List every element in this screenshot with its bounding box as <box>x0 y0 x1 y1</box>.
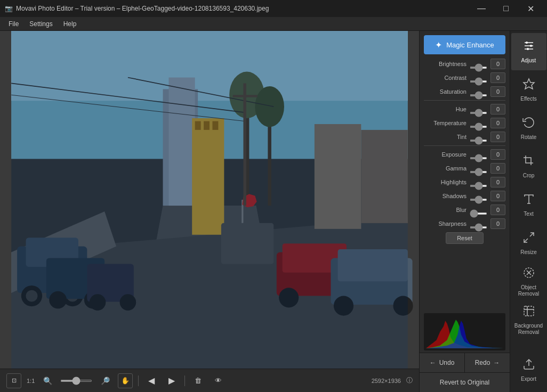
action-bar: ← Undo Redo → Revert to Original <box>420 353 510 392</box>
sidebar-item-rotate[interactable]: Rotate <box>511 110 546 147</box>
zoom-in-button[interactable]: 🔎 <box>98 373 112 388</box>
gamma-slider[interactable] <box>470 171 487 173</box>
toolbar-separator-1 <box>138 375 139 386</box>
resize-icon <box>522 231 535 247</box>
app-icon: 📷 <box>4 4 13 13</box>
title-bar-left: 📷 Movavi Photo Editor – Trial version – … <box>4 4 269 13</box>
shadows-row: Shadows 0 <box>424 191 505 201</box>
text-icon <box>522 193 535 209</box>
svg-marker-56 <box>524 79 534 89</box>
undo-button[interactable]: ← Undo <box>420 353 465 372</box>
delete-button[interactable]: 🗑 <box>190 373 205 388</box>
brightness-row: Brightness 0 <box>424 59 505 69</box>
exposure-value: 0 <box>490 149 505 160</box>
shadows-track <box>470 195 487 197</box>
temperature-value: 0 <box>490 118 505 128</box>
tint-track <box>470 136 487 138</box>
svg-point-53 <box>526 42 528 44</box>
contrast-track <box>470 77 487 79</box>
temperature-label: Temperature <box>424 120 466 126</box>
reset-button[interactable]: Reset <box>446 232 484 244</box>
revert-to-original-button[interactable]: Revert to Original <box>420 373 510 392</box>
maximize-button[interactable]: □ <box>494 0 518 17</box>
fit-to-window-button[interactable]: ⊡ <box>6 373 21 388</box>
redo-arrow-icon: → <box>493 359 500 366</box>
main-layout: ⊡ 1:1 🔍 🔎 ✋ ◀ ▶ 🗑 👁 2592×1936 ⓘ ✦ <box>0 31 547 392</box>
undo-label: Undo <box>439 359 455 366</box>
saturation-slider[interactable] <box>470 94 487 96</box>
contrast-row: Contrast 0 <box>424 72 505 83</box>
hue-slider[interactable] <box>470 112 487 114</box>
sidebar-export-label: Export <box>521 376 536 382</box>
sidebar-item-crop[interactable]: Crop <box>511 148 546 185</box>
tint-value: 0 <box>490 132 505 142</box>
sidebar-crop-label: Crop <box>523 173 535 179</box>
toolbar-separator-2 <box>184 375 185 386</box>
redo-button[interactable]: Redo → <box>465 353 510 372</box>
sharpness-slider[interactable] <box>470 226 487 228</box>
sidebar-item-background-removal[interactable]: Background Removal <box>511 301 546 339</box>
menu-bar: File Settings Help <box>0 17 547 31</box>
next-image-button[interactable]: ▶ <box>164 373 179 388</box>
contrast-value: 0 <box>490 72 505 83</box>
canvas-area: ⊡ 1:1 🔍 🔎 ✋ ◀ ▶ 🗑 👁 2592×1936 ⓘ <box>0 31 419 392</box>
temperature-slider[interactable] <box>470 126 487 128</box>
sidebar: Adjust Effects Rotate <box>510 31 547 392</box>
menu-help[interactable]: Help <box>59 19 81 29</box>
reset-container: Reset <box>424 232 505 244</box>
object-removal-icon <box>522 266 535 282</box>
contrast-slider[interactable] <box>470 80 487 83</box>
slider-divider-1 <box>424 100 505 101</box>
image-info-icon[interactable]: ⓘ <box>406 376 413 385</box>
sidebar-item-export[interactable]: Export <box>511 352 546 389</box>
minimize-button[interactable]: — <box>469 0 494 17</box>
highlights-slider[interactable] <box>470 185 487 187</box>
crop-icon <box>522 154 535 170</box>
prev-image-button[interactable]: ◀ <box>144 373 159 388</box>
exposure-slider[interactable] <box>470 157 487 159</box>
window-controls: — □ ✕ <box>469 0 543 17</box>
sidebar-item-adjust[interactable]: Adjust <box>511 33 546 70</box>
bottom-toolbar: ⊡ 1:1 🔍 🔎 ✋ ◀ ▶ 🗑 👁 2592×1936 ⓘ <box>0 369 419 392</box>
zoom-out-button[interactable]: 🔍 <box>40 373 55 388</box>
shadows-label: Shadows <box>424 193 466 199</box>
sidebar-object-removal-label: Object Removal <box>518 284 539 297</box>
preview-button[interactable]: 👁 <box>211 373 226 388</box>
sidebar-adjust-label: Adjust <box>521 58 536 64</box>
svg-rect-46 <box>11 31 408 392</box>
brightness-slider[interactable] <box>470 67 487 69</box>
blur-row: Blur 0 <box>424 205 505 215</box>
adjust-icon <box>522 39 535 55</box>
gamma-label: Gamma <box>424 165 466 172</box>
magic-enhance-button[interactable]: ✦ Magic Enhance <box>424 35 505 54</box>
sidebar-item-effects[interactable]: Effects <box>511 71 546 109</box>
image-size-label: 2592×1936 <box>372 378 401 384</box>
menu-file[interactable]: File <box>4 19 23 29</box>
sharpness-label: Sharpness <box>424 220 466 227</box>
shadows-value: 0 <box>490 191 505 201</box>
background-removal-icon <box>522 305 535 321</box>
magic-enhance-label: Magic Enhance <box>446 41 494 49</box>
blur-value: 0 <box>490 205 505 215</box>
tint-slider[interactable] <box>470 140 487 142</box>
close-button[interactable]: ✕ <box>518 0 543 17</box>
sidebar-item-resize[interactable]: Resize <box>511 225 546 262</box>
tint-row: Tint 0 <box>424 132 505 142</box>
undo-arrow-icon: ← <box>430 359 436 366</box>
zoom-slider[interactable] <box>60 380 92 382</box>
shadows-slider[interactable] <box>470 199 487 201</box>
menu-settings[interactable]: Settings <box>25 19 57 29</box>
exposure-row: Exposure 0 <box>424 149 505 160</box>
hand-tool-button[interactable]: ✋ <box>118 373 133 388</box>
sliders-container: Brightness 0 Contrast 0 Saturation <box>420 59 510 311</box>
sidebar-item-text[interactable]: Text <box>511 186 546 224</box>
slider-divider-2 <box>424 145 505 146</box>
sidebar-resize-label: Resize <box>520 249 537 256</box>
blur-slider[interactable] <box>470 213 487 215</box>
svg-line-59 <box>530 233 534 236</box>
sidebar-item-object-removal[interactable]: Object Removal <box>511 263 546 300</box>
exposure-track <box>470 153 487 156</box>
sidebar-background-removal-label: Background Removal <box>514 323 543 336</box>
sharpness-track <box>470 223 487 225</box>
brightness-value: 0 <box>490 59 505 69</box>
